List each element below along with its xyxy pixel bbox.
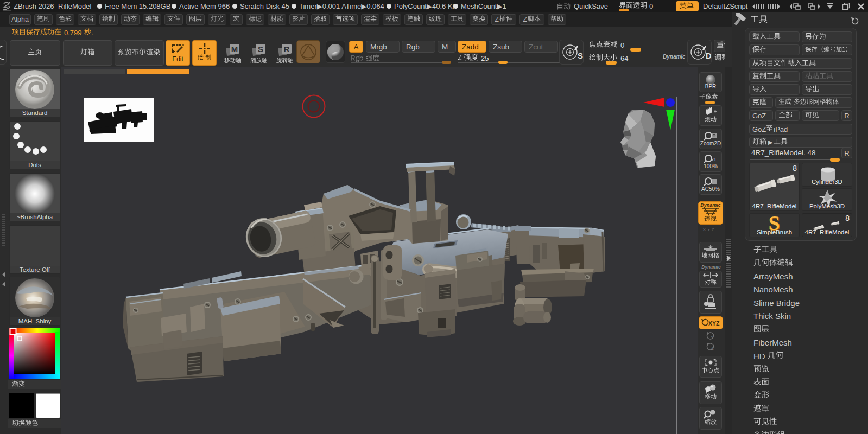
svg-text:Z: Z (711, 346, 714, 351)
svg-text:S: S (578, 51, 583, 60)
svg-text:S: S (258, 44, 263, 54)
svg-text:x1: x1 (711, 157, 717, 162)
svg-text:XYZ: XYZ (708, 320, 720, 327)
svg-text:R: R (284, 44, 290, 54)
svg-text:Y: Y (711, 335, 714, 340)
svg-text:M: M (231, 44, 238, 54)
svg-text:D: D (706, 51, 711, 60)
